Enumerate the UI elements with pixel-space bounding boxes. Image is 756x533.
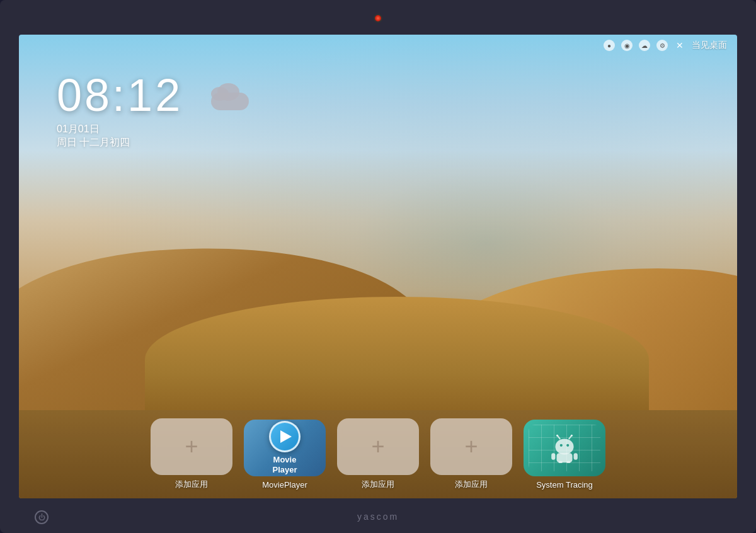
app-slot-system-tracing[interactable]: System Tracing	[524, 420, 605, 490]
cloud-part	[211, 93, 249, 110]
add-app-label-2: 添加应用	[362, 479, 394, 490]
android-icon	[549, 432, 580, 464]
system-tracing-label: System Tracing	[536, 480, 593, 490]
status-icon-2: ◉	[621, 40, 633, 51]
clock-date-line2: 周日 十二月初四	[57, 136, 183, 149]
movie-player-label: MoviePlayer	[262, 480, 307, 490]
movie-icon-inner: MoviePlayer	[269, 421, 301, 474]
taskbar: + 添加应用 MoviePlayer MoviePlayer	[19, 410, 737, 498]
dune-3	[145, 297, 649, 423]
brand-label: yascom	[357, 512, 399, 522]
status-icon-4: ⚙	[656, 40, 668, 51]
play-triangle-icon	[280, 430, 292, 443]
svg-rect-10	[559, 461, 563, 462]
app-slot-add-1[interactable]: + 添加应用	[151, 418, 232, 490]
play-circle	[269, 421, 301, 452]
app-slot-add-2[interactable]: + 添加应用	[337, 418, 419, 490]
status-icon-1: ●	[604, 40, 615, 51]
plus-icon-1: +	[185, 435, 198, 458]
clock-time: 08:12	[57, 72, 183, 118]
svg-point-0	[555, 438, 573, 454]
add-app-box-2[interactable]: +	[337, 418, 419, 475]
movie-player-box[interactable]: MoviePlayer	[244, 420, 326, 476]
status-icon-5: ✕	[674, 40, 685, 51]
svg-rect-9	[574, 453, 578, 459]
svg-rect-8	[551, 453, 555, 459]
app-slot-movie-player[interactable]: MoviePlayer MoviePlayer	[244, 420, 326, 490]
app-slot-add-3[interactable]: + 添加应用	[430, 418, 512, 490]
plus-icon-3: +	[464, 435, 478, 458]
desktop-label: 当见桌面	[692, 40, 727, 51]
clock-date-line1: 01月01日	[57, 123, 183, 136]
plus-icon-2: +	[371, 435, 384, 458]
add-app-box-3[interactable]: +	[430, 418, 512, 475]
add-app-label-1: 添加应用	[175, 479, 208, 490]
add-app-box-1[interactable]: +	[151, 418, 232, 475]
movie-player-title: MoviePlayer	[272, 455, 297, 474]
clock-area: 08:12 01月01日 周日 十二月初四	[57, 72, 183, 149]
monitor-body: ● ◉ ☁ ⚙ ✕ 当见桌面 08:12 01月01日 周日 十二月初四	[0, 0, 756, 533]
svg-point-4	[556, 434, 558, 436]
cloud-shape	[208, 82, 252, 110]
svg-rect-7	[557, 453, 573, 462]
power-button[interactable]: ⏻	[35, 510, 49, 524]
svg-point-2	[566, 444, 569, 446]
svg-rect-11	[566, 461, 570, 462]
weather-icon	[208, 82, 252, 110]
svg-point-1	[560, 444, 563, 446]
status-icon-3: ☁	[639, 40, 650, 51]
add-app-label-3: 添加应用	[455, 479, 488, 490]
screen: ● ◉ ☁ ⚙ ✕ 当见桌面 08:12 01月01日 周日 十二月初四	[19, 35, 737, 498]
svg-point-6	[571, 434, 573, 436]
webcam-indicator	[374, 14, 382, 23]
system-tracing-box[interactable]	[524, 420, 605, 476]
android-svg	[549, 432, 580, 464]
status-bar: ● ◉ ☁ ⚙ ✕ 当见桌面	[604, 40, 727, 51]
